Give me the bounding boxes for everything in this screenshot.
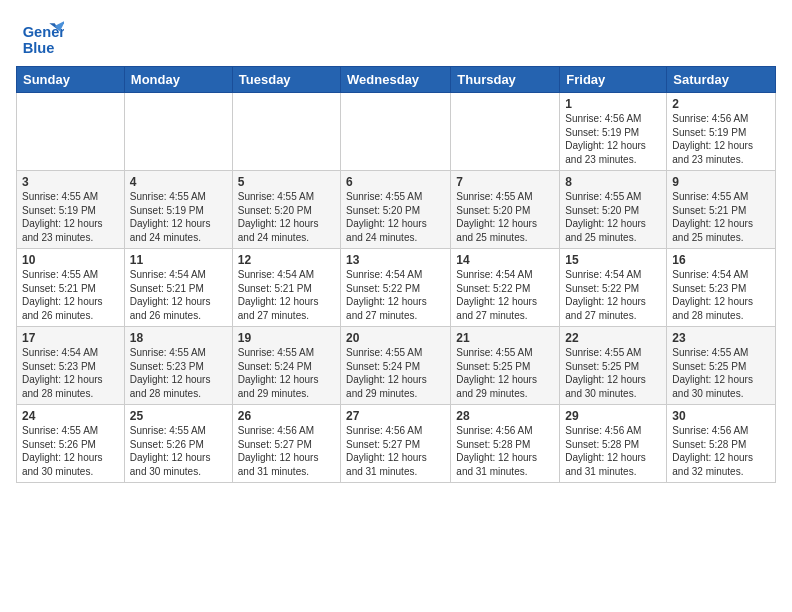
day-number: 8 [565, 175, 661, 189]
day-number: 5 [238, 175, 335, 189]
day-info: Sunrise: 4:55 AM Sunset: 5:26 PM Dayligh… [22, 424, 119, 478]
svg-text:Blue: Blue [23, 40, 55, 56]
day-info: Sunrise: 4:56 AM Sunset: 5:27 PM Dayligh… [346, 424, 445, 478]
day-info: Sunrise: 4:54 AM Sunset: 5:23 PM Dayligh… [672, 268, 770, 322]
day-info: Sunrise: 4:56 AM Sunset: 5:27 PM Dayligh… [238, 424, 335, 478]
day-number: 1 [565, 97, 661, 111]
day-number: 9 [672, 175, 770, 189]
day-number: 29 [565, 409, 661, 423]
calendar-cell [17, 93, 125, 171]
calendar-header-row: SundayMondayTuesdayWednesdayThursdayFrid… [17, 67, 776, 93]
day-info: Sunrise: 4:54 AM Sunset: 5:23 PM Dayligh… [22, 346, 119, 400]
weekday-header-wednesday: Wednesday [341, 67, 451, 93]
calendar-cell: 21Sunrise: 4:55 AM Sunset: 5:25 PM Dayli… [451, 327, 560, 405]
day-number: 28 [456, 409, 554, 423]
calendar-cell: 30Sunrise: 4:56 AM Sunset: 5:28 PM Dayli… [667, 405, 776, 483]
day-info: Sunrise: 4:55 AM Sunset: 5:23 PM Dayligh… [130, 346, 227, 400]
calendar-cell: 9Sunrise: 4:55 AM Sunset: 5:21 PM Daylig… [667, 171, 776, 249]
day-info: Sunrise: 4:56 AM Sunset: 5:19 PM Dayligh… [672, 112, 770, 166]
logo-icon: General Blue [16, 18, 64, 58]
calendar-cell: 22Sunrise: 4:55 AM Sunset: 5:25 PM Dayli… [560, 327, 667, 405]
day-number: 27 [346, 409, 445, 423]
weekday-header-friday: Friday [560, 67, 667, 93]
day-info: Sunrise: 4:55 AM Sunset: 5:26 PM Dayligh… [130, 424, 227, 478]
calendar-cell [124, 93, 232, 171]
logo: General Blue [16, 18, 68, 58]
day-number: 26 [238, 409, 335, 423]
day-info: Sunrise: 4:55 AM Sunset: 5:21 PM Dayligh… [22, 268, 119, 322]
day-info: Sunrise: 4:55 AM Sunset: 5:20 PM Dayligh… [238, 190, 335, 244]
day-number: 14 [456, 253, 554, 267]
header: General Blue [16, 10, 776, 58]
day-number: 15 [565, 253, 661, 267]
day-info: Sunrise: 4:56 AM Sunset: 5:28 PM Dayligh… [456, 424, 554, 478]
day-number: 23 [672, 331, 770, 345]
day-number: 10 [22, 253, 119, 267]
day-info: Sunrise: 4:54 AM Sunset: 5:21 PM Dayligh… [238, 268, 335, 322]
day-number: 16 [672, 253, 770, 267]
calendar-cell: 25Sunrise: 4:55 AM Sunset: 5:26 PM Dayli… [124, 405, 232, 483]
day-info: Sunrise: 4:55 AM Sunset: 5:19 PM Dayligh… [130, 190, 227, 244]
day-number: 22 [565, 331, 661, 345]
calendar-cell: 14Sunrise: 4:54 AM Sunset: 5:22 PM Dayli… [451, 249, 560, 327]
day-info: Sunrise: 4:55 AM Sunset: 5:25 PM Dayligh… [456, 346, 554, 400]
calendar-table: SundayMondayTuesdayWednesdayThursdayFrid… [16, 66, 776, 483]
calendar-week-2: 3Sunrise: 4:55 AM Sunset: 5:19 PM Daylig… [17, 171, 776, 249]
day-number: 11 [130, 253, 227, 267]
calendar-cell: 10Sunrise: 4:55 AM Sunset: 5:21 PM Dayli… [17, 249, 125, 327]
day-info: Sunrise: 4:54 AM Sunset: 5:22 PM Dayligh… [565, 268, 661, 322]
day-info: Sunrise: 4:55 AM Sunset: 5:20 PM Dayligh… [565, 190, 661, 244]
day-info: Sunrise: 4:56 AM Sunset: 5:19 PM Dayligh… [565, 112, 661, 166]
calendar-week-4: 17Sunrise: 4:54 AM Sunset: 5:23 PM Dayli… [17, 327, 776, 405]
calendar-cell: 20Sunrise: 4:55 AM Sunset: 5:24 PM Dayli… [341, 327, 451, 405]
calendar-cell: 16Sunrise: 4:54 AM Sunset: 5:23 PM Dayli… [667, 249, 776, 327]
calendar-cell: 2Sunrise: 4:56 AM Sunset: 5:19 PM Daylig… [667, 93, 776, 171]
calendar-cell [451, 93, 560, 171]
day-number: 25 [130, 409, 227, 423]
day-info: Sunrise: 4:55 AM Sunset: 5:25 PM Dayligh… [672, 346, 770, 400]
day-info: Sunrise: 4:55 AM Sunset: 5:25 PM Dayligh… [565, 346, 661, 400]
calendar-cell: 19Sunrise: 4:55 AM Sunset: 5:24 PM Dayli… [232, 327, 340, 405]
weekday-header-thursday: Thursday [451, 67, 560, 93]
day-number: 2 [672, 97, 770, 111]
calendar-cell: 5Sunrise: 4:55 AM Sunset: 5:20 PM Daylig… [232, 171, 340, 249]
day-info: Sunrise: 4:55 AM Sunset: 5:24 PM Dayligh… [238, 346, 335, 400]
day-number: 19 [238, 331, 335, 345]
calendar-cell: 26Sunrise: 4:56 AM Sunset: 5:27 PM Dayli… [232, 405, 340, 483]
calendar-cell: 28Sunrise: 4:56 AM Sunset: 5:28 PM Dayli… [451, 405, 560, 483]
calendar-cell: 17Sunrise: 4:54 AM Sunset: 5:23 PM Dayli… [17, 327, 125, 405]
day-number: 3 [22, 175, 119, 189]
day-info: Sunrise: 4:54 AM Sunset: 5:22 PM Dayligh… [346, 268, 445, 322]
day-number: 4 [130, 175, 227, 189]
calendar-cell: 1Sunrise: 4:56 AM Sunset: 5:19 PM Daylig… [560, 93, 667, 171]
weekday-header-tuesday: Tuesday [232, 67, 340, 93]
day-info: Sunrise: 4:56 AM Sunset: 5:28 PM Dayligh… [565, 424, 661, 478]
calendar-cell: 27Sunrise: 4:56 AM Sunset: 5:27 PM Dayli… [341, 405, 451, 483]
day-info: Sunrise: 4:55 AM Sunset: 5:21 PM Dayligh… [672, 190, 770, 244]
calendar-cell: 13Sunrise: 4:54 AM Sunset: 5:22 PM Dayli… [341, 249, 451, 327]
calendar-cell: 24Sunrise: 4:55 AM Sunset: 5:26 PM Dayli… [17, 405, 125, 483]
calendar-cell: 6Sunrise: 4:55 AM Sunset: 5:20 PM Daylig… [341, 171, 451, 249]
day-number: 20 [346, 331, 445, 345]
day-number: 7 [456, 175, 554, 189]
calendar-cell: 4Sunrise: 4:55 AM Sunset: 5:19 PM Daylig… [124, 171, 232, 249]
calendar-cell: 18Sunrise: 4:55 AM Sunset: 5:23 PM Dayli… [124, 327, 232, 405]
weekday-header-monday: Monday [124, 67, 232, 93]
calendar-cell: 7Sunrise: 4:55 AM Sunset: 5:20 PM Daylig… [451, 171, 560, 249]
day-info: Sunrise: 4:55 AM Sunset: 5:20 PM Dayligh… [346, 190, 445, 244]
day-info: Sunrise: 4:55 AM Sunset: 5:20 PM Dayligh… [456, 190, 554, 244]
weekday-header-sunday: Sunday [17, 67, 125, 93]
day-info: Sunrise: 4:54 AM Sunset: 5:22 PM Dayligh… [456, 268, 554, 322]
calendar-week-3: 10Sunrise: 4:55 AM Sunset: 5:21 PM Dayli… [17, 249, 776, 327]
calendar-week-1: 1Sunrise: 4:56 AM Sunset: 5:19 PM Daylig… [17, 93, 776, 171]
day-info: Sunrise: 4:54 AM Sunset: 5:21 PM Dayligh… [130, 268, 227, 322]
calendar-cell: 8Sunrise: 4:55 AM Sunset: 5:20 PM Daylig… [560, 171, 667, 249]
day-number: 18 [130, 331, 227, 345]
day-number: 12 [238, 253, 335, 267]
calendar-week-5: 24Sunrise: 4:55 AM Sunset: 5:26 PM Dayli… [17, 405, 776, 483]
day-number: 13 [346, 253, 445, 267]
day-info: Sunrise: 4:56 AM Sunset: 5:28 PM Dayligh… [672, 424, 770, 478]
calendar-cell [232, 93, 340, 171]
day-number: 24 [22, 409, 119, 423]
day-number: 17 [22, 331, 119, 345]
